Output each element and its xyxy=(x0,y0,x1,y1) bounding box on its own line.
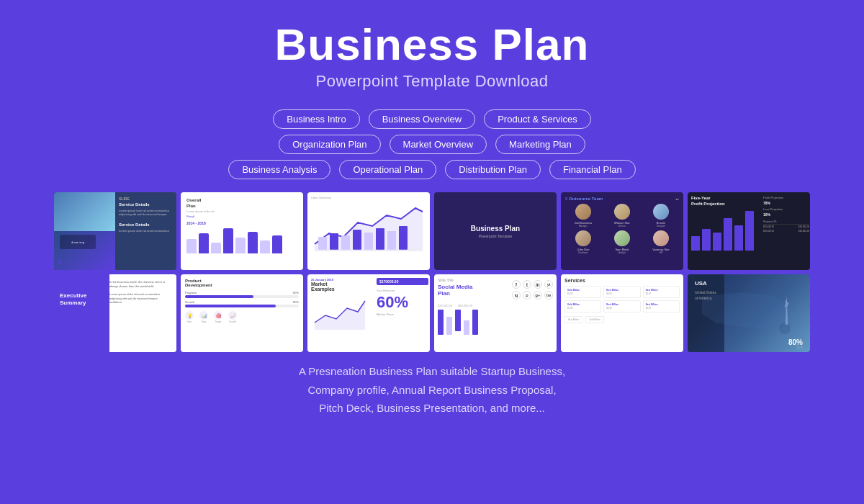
tags-row-1: Business Intro Business Overview Product… xyxy=(273,109,590,129)
slides-row-1: drone img + SLIDE Service Details Lorem … xyxy=(14,192,850,270)
slide-overall-plan[interactable]: Overall Plan Lorem ipsum dolor sit Resul… xyxy=(181,192,303,270)
slide-line-chart[interactable]: Chart Overview xyxy=(307,192,430,270)
slides-row-2: ExecutiveSummary In the business world, … xyxy=(14,274,850,352)
footer-section: A Presneation Business Plan suitable Sta… xyxy=(299,362,565,418)
header-section: Business Plan Powerpoint Template Downlo… xyxy=(275,0,590,98)
tag-operational-plan[interactable]: Operational Plan xyxy=(339,160,436,179)
svg-rect-6 xyxy=(387,231,396,250)
svg-rect-7 xyxy=(399,226,408,250)
footer-line-3: Pitch Deck, Business Presentation, and m… xyxy=(299,399,565,418)
tag-business-analysis[interactable]: Business Analysis xyxy=(228,160,330,179)
tags-row-2: Organization Plan Market Overview Market… xyxy=(279,135,585,154)
slide-social-media-plan[interactable]: Slide Title Social Media Plan f t in yt … xyxy=(434,274,557,352)
svg-rect-0 xyxy=(318,237,327,250)
tag-market-overview[interactable]: Market Overview xyxy=(390,135,487,154)
slide-services[interactable]: Services Gold Million $0.00 Best Million… xyxy=(561,274,683,352)
svg-rect-1 xyxy=(330,233,338,250)
tag-distribution-plan[interactable]: Distribution Plan xyxy=(445,160,541,179)
slide-profit-projection[interactable]: Five-Year Profit Projection Profit Proje… xyxy=(688,192,810,270)
slide-market-examples[interactable]: 25 January 2018 MarketExamples $170000.0… xyxy=(307,274,430,352)
slide-outsource-team[interactable]: ≡ Outsource Team ●● Joel Business Manage… xyxy=(561,192,683,270)
slide-business-plan-dark[interactable]: Business Plan Powerpoint Template xyxy=(434,192,557,270)
tags-section: Business Intro Business Overview Product… xyxy=(228,109,635,179)
svg-point-9 xyxy=(779,323,791,334)
tag-organization-plan[interactable]: Organization Plan xyxy=(279,135,380,154)
tags-row-3: Business Analysis Operational Plan Distr… xyxy=(228,160,635,179)
tag-financial-plan[interactable]: Financial Plan xyxy=(549,160,636,179)
slide-service-details[interactable]: drone img + SLIDE Service Details Lorem … xyxy=(54,192,176,270)
tag-marketing-plan[interactable]: Marketing Plan xyxy=(495,135,585,154)
slide-executive-summary[interactable]: ExecutiveSummary In the business world, … xyxy=(54,274,176,352)
svg-rect-5 xyxy=(376,228,384,250)
subtitle: Powerpoint Template Download xyxy=(275,72,590,91)
tag-product-services[interactable]: Product & Services xyxy=(484,109,591,129)
svg-rect-2 xyxy=(341,235,350,250)
main-title: Business Plan xyxy=(275,20,590,69)
svg-rect-4 xyxy=(364,233,373,250)
svg-rect-3 xyxy=(353,230,361,250)
tag-business-overview[interactable]: Business Overview xyxy=(369,109,476,129)
slide-product-development[interactable]: Product Development Progress60% Growth80… xyxy=(181,274,303,352)
slide-usa-map[interactable]: USA United States of America 80% 10 M xyxy=(688,274,810,352)
footer-line-1: A Presneation Business Plan suitable Sta… xyxy=(299,362,565,381)
footer-line-2: Company profile, Annual Report Business … xyxy=(299,381,565,400)
slides-section: drone img + SLIDE Service Details Lorem … xyxy=(0,192,864,352)
tag-business-intro[interactable]: Business Intro xyxy=(273,109,359,129)
